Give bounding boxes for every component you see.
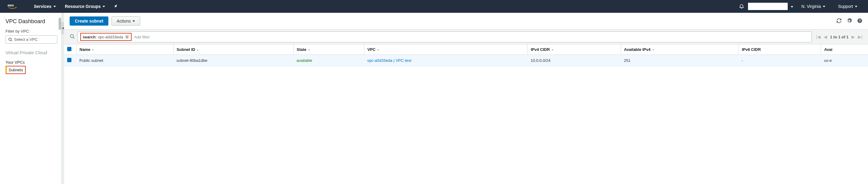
nav-services[interactable]: Services: [29, 4, 60, 9]
nav-account-menu[interactable]: [748, 3, 793, 10]
search-icon: [70, 34, 75, 40]
col-vpc[interactable]: VPC▾: [364, 44, 528, 55]
panel-divider[interactable]: ◀: [61, 13, 64, 184]
filter-tag-value: vpc-a0d33eda: [98, 35, 123, 39]
page-prev-icon[interactable]: ◀: [824, 34, 827, 39]
filter-tag-key: search: [83, 35, 96, 39]
help-icon[interactable]: ?: [857, 18, 863, 24]
cell-ipv6-cidr: -: [739, 55, 821, 66]
refresh-icon[interactable]: [836, 18, 842, 24]
sidebar-title[interactable]: VPC Dashboard: [5, 18, 57, 25]
top-nav-bar: aws Services Resource Groups N. Virginia…: [0, 0, 868, 13]
filter-tag: search : vpc-a0d33eda ✕: [80, 33, 132, 41]
sidebar-link-subnets[interactable]: Subnets: [5, 66, 26, 74]
table-row[interactable]: Public subnet subnet-90ba1dbe available …: [64, 55, 868, 66]
cell-availability: us-e: [821, 55, 868, 66]
search-icon: [8, 37, 12, 42]
account-name-box: [748, 3, 788, 10]
col-ipv4-cidr[interactable]: IPv4 CIDR▾: [528, 44, 621, 55]
nav-resource-groups[interactable]: Resource Groups: [60, 4, 110, 9]
filter-input[interactable]: search : vpc-a0d33eda ✕ Add filter: [78, 31, 812, 42]
col-availability[interactable]: Avai: [821, 44, 868, 55]
select-all-checkbox[interactable]: [67, 47, 71, 51]
pin-icon[interactable]: [110, 4, 121, 9]
filter-placeholder: Add filter: [134, 35, 150, 39]
page-first-icon[interactable]: |◀: [816, 34, 821, 39]
page-next-icon[interactable]: ▶: [851, 34, 855, 39]
cell-state: available: [293, 55, 364, 66]
vpc-select-dropdown[interactable]: Select a VPC: [5, 35, 57, 44]
nav-region[interactable]: N. Virginia: [797, 4, 830, 9]
create-subnet-button[interactable]: Create subnet: [70, 16, 108, 26]
collapse-handle-icon[interactable]: ◀: [61, 22, 64, 34]
page-last-icon[interactable]: ▶|: [858, 34, 863, 39]
vpc-select-placeholder: Select a VPC: [14, 37, 37, 42]
filter-by-vpc-label: Filter by VPC:: [5, 29, 57, 34]
col-subnet-id[interactable]: Subnet ID▴: [174, 44, 293, 55]
chevron-down-icon: [789, 4, 793, 9]
filter-search-row: search : vpc-a0d33eda ✕ Add filter |◀ ◀ …: [64, 29, 868, 44]
notifications-bell-icon[interactable]: [739, 3, 744, 10]
svg-point-5: [70, 34, 73, 38]
svg-text:?: ?: [859, 19, 861, 22]
svg-line-6: [73, 37, 74, 39]
col-available-ipv4[interactable]: Available IPv4▾: [621, 44, 739, 55]
sidebar-link-your-vpcs[interactable]: Your VPCs: [5, 59, 57, 66]
subnets-table: Name▾ Subnet ID▴ State▾ VPC▾ IPv4 CIDR▾ …: [64, 44, 868, 66]
pagination-text: 1 to 1 of 1: [830, 35, 849, 39]
actions-dropdown-button[interactable]: Actions: [112, 16, 140, 26]
col-name[interactable]: Name▾: [76, 44, 174, 55]
svg-text:aws: aws: [8, 3, 14, 7]
nav-support[interactable]: Support: [834, 4, 862, 9]
cell-vpc-link[interactable]: vpc-a0d33eda | VPC-test: [364, 55, 528, 66]
svg-line-2: [11, 40, 12, 41]
col-ipv6-cidr[interactable]: IPv6 CIDR: [739, 44, 821, 55]
sidebar-section-vpc: Virtual Private Cloud: [5, 50, 57, 56]
aws-logo[interactable]: aws: [6, 3, 20, 10]
action-bar: Create subnet Actions ?: [64, 13, 868, 29]
gear-icon[interactable]: [847, 18, 852, 24]
remove-filter-icon[interactable]: ✕: [125, 35, 129, 39]
sidebar: VPC Dashboard Filter by VPC: Select a VP…: [0, 13, 61, 184]
row-checkbox[interactable]: [67, 58, 71, 62]
pagination: |◀ ◀ 1 to 1 of 1 ▶ ▶|: [816, 34, 863, 39]
svg-point-1: [9, 38, 11, 40]
cell-subnet-id: subnet-90ba1dbe: [174, 55, 293, 66]
scrollbar[interactable]: [59, 18, 61, 30]
col-state[interactable]: State▾: [293, 44, 364, 55]
cell-available-ipv4: 251: [621, 55, 739, 66]
cell-name: Public subnet: [76, 55, 174, 66]
cell-ipv4-cidr: 10.0.0.0/24: [528, 55, 621, 66]
